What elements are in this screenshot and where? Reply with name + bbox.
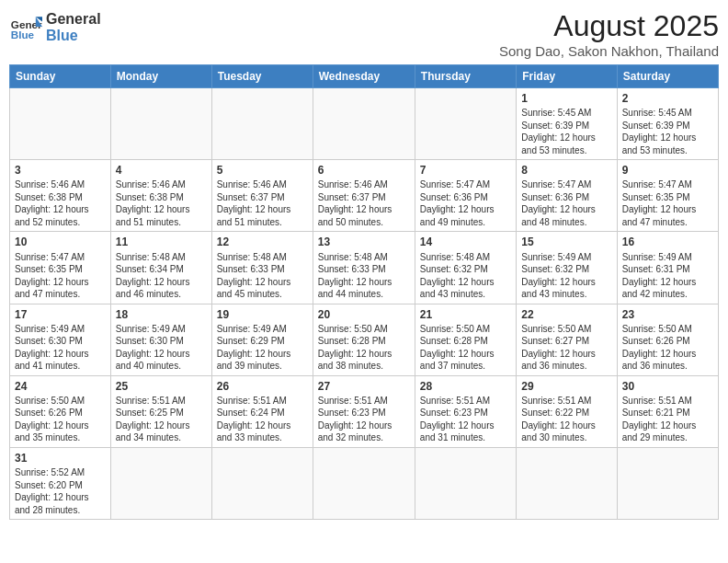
page-header: General Blue General Blue August 2025 So… (9, 9, 719, 59)
day-number: 20 (318, 307, 410, 322)
calendar-cell: 23Sunrise: 5:50 AM Sunset: 6:26 PM Dayli… (617, 304, 718, 375)
day-info: Sunrise: 5:51 AM Sunset: 6:24 PM Dayligh… (217, 395, 308, 444)
calendar-week-6: 31Sunrise: 5:52 AM Sunset: 6:20 PM Dayli… (10, 447, 719, 519)
calendar-week-2: 3Sunrise: 5:46 AM Sunset: 6:38 PM Daylig… (10, 160, 719, 232)
calendar-cell (110, 447, 211, 519)
day-info: Sunrise: 5:49 AM Sunset: 6:30 PM Dayligh… (116, 323, 207, 373)
day-info: Sunrise: 5:49 AM Sunset: 6:31 PM Dayligh… (622, 251, 713, 301)
day-number: 6 (318, 163, 410, 178)
day-info: Sunrise: 5:46 AM Sunset: 6:37 PM Dayligh… (217, 178, 308, 228)
weekday-header-friday: Friday (517, 65, 617, 88)
calendar-week-4: 17Sunrise: 5:49 AM Sunset: 6:30 PM Dayli… (10, 304, 719, 375)
day-info: Sunrise: 5:48 AM Sunset: 6:34 PM Dayligh… (116, 251, 207, 301)
day-number: 31 (15, 451, 106, 465)
day-info: Sunrise: 5:45 AM Sunset: 6:39 PM Dayligh… (622, 107, 713, 156)
day-number: 16 (622, 235, 713, 249)
day-number: 5 (217, 163, 308, 178)
day-number: 11 (116, 235, 207, 249)
calendar-cell: 24Sunrise: 5:50 AM Sunset: 6:26 PM Dayli… (10, 375, 111, 447)
calendar-cell: 25Sunrise: 5:51 AM Sunset: 6:25 PM Dayli… (110, 375, 211, 447)
day-number: 19 (217, 307, 308, 322)
day-info: Sunrise: 5:50 AM Sunset: 6:27 PM Dayligh… (521, 323, 611, 373)
calendar-cell: 19Sunrise: 5:49 AM Sunset: 6:29 PM Dayli… (211, 304, 313, 375)
calendar-cell (415, 88, 516, 160)
calendar-cell: 26Sunrise: 5:51 AM Sunset: 6:24 PM Dayli… (211, 375, 313, 447)
day-info: Sunrise: 5:51 AM Sunset: 6:21 PM Dayligh… (622, 395, 713, 444)
weekday-header-saturday: Saturday (617, 65, 718, 88)
day-number: 22 (521, 307, 611, 322)
day-number: 29 (521, 379, 611, 394)
day-number: 18 (116, 307, 207, 322)
calendar-cell: 1Sunrise: 5:45 AM Sunset: 6:39 PM Daylig… (517, 88, 617, 160)
day-info: Sunrise: 5:50 AM Sunset: 6:26 PM Dayligh… (15, 395, 106, 444)
day-info: Sunrise: 5:49 AM Sunset: 6:32 PM Dayligh… (521, 251, 611, 301)
day-number: 23 (622, 307, 713, 322)
calendar-cell: 12Sunrise: 5:48 AM Sunset: 6:33 PM Dayli… (211, 232, 313, 304)
day-number: 30 (622, 379, 713, 394)
calendar-cell (415, 447, 516, 519)
calendar-cell: 9Sunrise: 5:47 AM Sunset: 6:35 PM Daylig… (617, 160, 718, 232)
calendar-cell: 6Sunrise: 5:46 AM Sunset: 6:37 PM Daylig… (313, 160, 415, 232)
logo: General Blue General Blue (9, 9, 101, 43)
day-info: Sunrise: 5:51 AM Sunset: 6:25 PM Dayligh… (116, 395, 207, 444)
day-number: 12 (217, 235, 308, 249)
day-number: 14 (420, 235, 511, 249)
calendar-cell: 3Sunrise: 5:46 AM Sunset: 6:38 PM Daylig… (10, 160, 111, 232)
day-number: 25 (116, 379, 207, 394)
calendar-cell: 15Sunrise: 5:49 AM Sunset: 6:32 PM Dayli… (517, 232, 617, 304)
day-info: Sunrise: 5:51 AM Sunset: 6:23 PM Dayligh… (420, 395, 511, 444)
calendar-cell: 18Sunrise: 5:49 AM Sunset: 6:30 PM Dayli… (110, 304, 211, 375)
day-number: 24 (15, 379, 106, 394)
day-info: Sunrise: 5:49 AM Sunset: 6:29 PM Dayligh… (217, 323, 308, 373)
day-info: Sunrise: 5:46 AM Sunset: 6:38 PM Dayligh… (15, 178, 106, 228)
calendar-week-5: 24Sunrise: 5:50 AM Sunset: 6:26 PM Dayli… (10, 375, 719, 447)
calendar-subtitle: Song Dao, Sakon Nakhon, Thailand (499, 43, 719, 59)
day-number: 9 (622, 163, 713, 178)
calendar-cell: 11Sunrise: 5:48 AM Sunset: 6:34 PM Dayli… (110, 232, 211, 304)
calendar-title: August 2025 (499, 9, 719, 43)
weekday-header-monday: Monday (110, 65, 211, 88)
day-number: 21 (420, 307, 511, 322)
calendar-cell: 27Sunrise: 5:51 AM Sunset: 6:23 PM Dayli… (313, 375, 415, 447)
calendar-cell: 31Sunrise: 5:52 AM Sunset: 6:20 PM Dayli… (10, 447, 111, 519)
weekday-header-tuesday: Tuesday (211, 65, 313, 88)
day-info: Sunrise: 5:50 AM Sunset: 6:28 PM Dayligh… (420, 323, 511, 373)
logo-icon: General Blue (9, 10, 42, 43)
calendar-cell (517, 447, 617, 519)
calendar-cell (10, 88, 111, 160)
calendar-cell: 28Sunrise: 5:51 AM Sunset: 6:23 PM Dayli… (415, 375, 516, 447)
day-number: 1 (521, 91, 611, 106)
calendar-header-row: SundayMondayTuesdayWednesdayThursdayFrid… (10, 65, 719, 88)
calendar-cell: 5Sunrise: 5:46 AM Sunset: 6:37 PM Daylig… (211, 160, 313, 232)
calendar-cell: 21Sunrise: 5:50 AM Sunset: 6:28 PM Dayli… (415, 304, 516, 375)
calendar-week-1: 1Sunrise: 5:45 AM Sunset: 6:39 PM Daylig… (10, 88, 719, 160)
day-number: 15 (521, 235, 611, 249)
calendar-cell: 22Sunrise: 5:50 AM Sunset: 6:27 PM Dayli… (517, 304, 617, 375)
calendar-cell: 17Sunrise: 5:49 AM Sunset: 6:30 PM Dayli… (10, 304, 111, 375)
calendar-cell (313, 447, 415, 519)
calendar-cell (313, 88, 415, 160)
calendar-cell: 14Sunrise: 5:48 AM Sunset: 6:32 PM Dayli… (415, 232, 516, 304)
weekday-header-wednesday: Wednesday (313, 65, 415, 88)
day-info: Sunrise: 5:51 AM Sunset: 6:23 PM Dayligh… (318, 395, 410, 444)
day-number: 13 (318, 235, 410, 249)
day-info: Sunrise: 5:50 AM Sunset: 6:28 PM Dayligh… (318, 323, 410, 373)
day-number: 27 (318, 379, 410, 394)
calendar-cell (617, 447, 718, 519)
calendar-table: SundayMondayTuesdayWednesdayThursdayFrid… (9, 64, 719, 520)
calendar-cell: 8Sunrise: 5:47 AM Sunset: 6:36 PM Daylig… (517, 160, 617, 232)
calendar-cell (110, 88, 211, 160)
calendar-cell: 20Sunrise: 5:50 AM Sunset: 6:28 PM Dayli… (313, 304, 415, 375)
day-number: 7 (420, 163, 511, 178)
day-info: Sunrise: 5:51 AM Sunset: 6:22 PM Dayligh… (521, 395, 611, 444)
calendar-cell (211, 447, 313, 519)
day-number: 10 (15, 235, 106, 249)
weekday-header-thursday: Thursday (415, 65, 516, 88)
day-number: 3 (15, 163, 106, 178)
day-info: Sunrise: 5:47 AM Sunset: 6:36 PM Dayligh… (521, 178, 611, 228)
calendar-cell (211, 88, 313, 160)
title-block: August 2025 Song Dao, Sakon Nakhon, Thai… (499, 9, 719, 59)
day-number: 28 (420, 379, 511, 394)
calendar-week-3: 10Sunrise: 5:47 AM Sunset: 6:35 PM Dayli… (10, 232, 719, 304)
day-info: Sunrise: 5:50 AM Sunset: 6:26 PM Dayligh… (622, 323, 713, 373)
